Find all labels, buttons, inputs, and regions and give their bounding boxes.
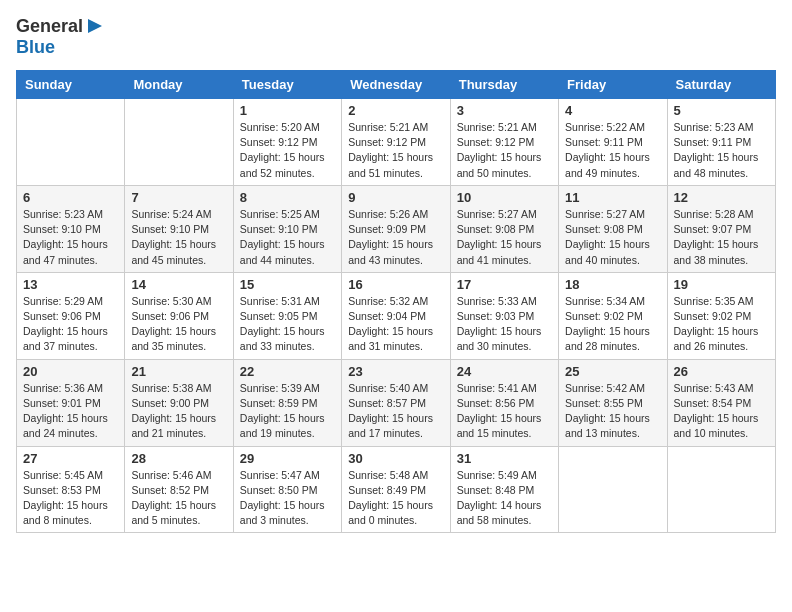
day-number: 23: [348, 364, 443, 379]
day-detail: Sunrise: 5:43 AM Sunset: 8:54 PM Dayligh…: [674, 381, 769, 442]
day-number: 29: [240, 451, 335, 466]
calendar-cell: 22Sunrise: 5:39 AM Sunset: 8:59 PM Dayli…: [233, 359, 341, 446]
day-number: 31: [457, 451, 552, 466]
day-detail: Sunrise: 5:34 AM Sunset: 9:02 PM Dayligh…: [565, 294, 660, 355]
day-detail: Sunrise: 5:23 AM Sunset: 9:11 PM Dayligh…: [674, 120, 769, 181]
day-detail: Sunrise: 5:29 AM Sunset: 9:06 PM Dayligh…: [23, 294, 118, 355]
calendar-week-4: 20Sunrise: 5:36 AM Sunset: 9:01 PM Dayli…: [17, 359, 776, 446]
calendar-cell: 14Sunrise: 5:30 AM Sunset: 9:06 PM Dayli…: [125, 272, 233, 359]
calendar-cell: 11Sunrise: 5:27 AM Sunset: 9:08 PM Dayli…: [559, 185, 667, 272]
calendar-cell: 9Sunrise: 5:26 AM Sunset: 9:09 PM Daylig…: [342, 185, 450, 272]
day-detail: Sunrise: 5:25 AM Sunset: 9:10 PM Dayligh…: [240, 207, 335, 268]
calendar: SundayMondayTuesdayWednesdayThursdayFrid…: [16, 70, 776, 533]
calendar-cell: 28Sunrise: 5:46 AM Sunset: 8:52 PM Dayli…: [125, 446, 233, 533]
day-detail: Sunrise: 5:41 AM Sunset: 8:56 PM Dayligh…: [457, 381, 552, 442]
calendar-cell: 4Sunrise: 5:22 AM Sunset: 9:11 PM Daylig…: [559, 99, 667, 186]
header: General Blue: [16, 16, 776, 58]
day-number: 18: [565, 277, 660, 292]
day-number: 22: [240, 364, 335, 379]
day-number: 7: [131, 190, 226, 205]
day-number: 24: [457, 364, 552, 379]
day-number: 26: [674, 364, 769, 379]
day-number: 21: [131, 364, 226, 379]
day-number: 5: [674, 103, 769, 118]
calendar-week-5: 27Sunrise: 5:45 AM Sunset: 8:53 PM Dayli…: [17, 446, 776, 533]
calendar-cell: 23Sunrise: 5:40 AM Sunset: 8:57 PM Dayli…: [342, 359, 450, 446]
day-number: 10: [457, 190, 552, 205]
logo: General Blue: [16, 16, 102, 58]
calendar-header: SundayMondayTuesdayWednesdayThursdayFrid…: [17, 71, 776, 99]
weekday-header-wednesday: Wednesday: [342, 71, 450, 99]
day-number: 20: [23, 364, 118, 379]
calendar-cell: 20Sunrise: 5:36 AM Sunset: 9:01 PM Dayli…: [17, 359, 125, 446]
day-number: 27: [23, 451, 118, 466]
day-detail: Sunrise: 5:36 AM Sunset: 9:01 PM Dayligh…: [23, 381, 118, 442]
day-detail: Sunrise: 5:38 AM Sunset: 9:00 PM Dayligh…: [131, 381, 226, 442]
calendar-body: 1Sunrise: 5:20 AM Sunset: 9:12 PM Daylig…: [17, 99, 776, 533]
day-number: 17: [457, 277, 552, 292]
weekday-header-friday: Friday: [559, 71, 667, 99]
calendar-cell: 19Sunrise: 5:35 AM Sunset: 9:02 PM Dayli…: [667, 272, 775, 359]
day-detail: Sunrise: 5:46 AM Sunset: 8:52 PM Dayligh…: [131, 468, 226, 529]
weekday-header-tuesday: Tuesday: [233, 71, 341, 99]
day-detail: Sunrise: 5:28 AM Sunset: 9:07 PM Dayligh…: [674, 207, 769, 268]
calendar-week-2: 6Sunrise: 5:23 AM Sunset: 9:10 PM Daylig…: [17, 185, 776, 272]
calendar-cell: 26Sunrise: 5:43 AM Sunset: 8:54 PM Dayli…: [667, 359, 775, 446]
calendar-cell: 29Sunrise: 5:47 AM Sunset: 8:50 PM Dayli…: [233, 446, 341, 533]
weekday-header-thursday: Thursday: [450, 71, 558, 99]
weekday-row: SundayMondayTuesdayWednesdayThursdayFrid…: [17, 71, 776, 99]
logo-general-text: General: [16, 16, 83, 37]
calendar-cell: [667, 446, 775, 533]
day-number: 16: [348, 277, 443, 292]
day-number: 3: [457, 103, 552, 118]
day-detail: Sunrise: 5:45 AM Sunset: 8:53 PM Dayligh…: [23, 468, 118, 529]
day-detail: Sunrise: 5:48 AM Sunset: 8:49 PM Dayligh…: [348, 468, 443, 529]
day-detail: Sunrise: 5:20 AM Sunset: 9:12 PM Dayligh…: [240, 120, 335, 181]
logo-arrow-icon: [84, 17, 102, 35]
svg-marker-0: [88, 19, 102, 33]
calendar-cell: 2Sunrise: 5:21 AM Sunset: 9:12 PM Daylig…: [342, 99, 450, 186]
day-detail: Sunrise: 5:49 AM Sunset: 8:48 PM Dayligh…: [457, 468, 552, 529]
calendar-week-3: 13Sunrise: 5:29 AM Sunset: 9:06 PM Dayli…: [17, 272, 776, 359]
calendar-cell: 12Sunrise: 5:28 AM Sunset: 9:07 PM Dayli…: [667, 185, 775, 272]
calendar-cell: 8Sunrise: 5:25 AM Sunset: 9:10 PM Daylig…: [233, 185, 341, 272]
day-detail: Sunrise: 5:31 AM Sunset: 9:05 PM Dayligh…: [240, 294, 335, 355]
calendar-cell: 24Sunrise: 5:41 AM Sunset: 8:56 PM Dayli…: [450, 359, 558, 446]
day-detail: Sunrise: 5:26 AM Sunset: 9:09 PM Dayligh…: [348, 207, 443, 268]
logo-blue-text: Blue: [16, 37, 55, 57]
calendar-cell: 21Sunrise: 5:38 AM Sunset: 9:00 PM Dayli…: [125, 359, 233, 446]
calendar-cell: 25Sunrise: 5:42 AM Sunset: 8:55 PM Dayli…: [559, 359, 667, 446]
day-detail: Sunrise: 5:42 AM Sunset: 8:55 PM Dayligh…: [565, 381, 660, 442]
day-number: 15: [240, 277, 335, 292]
day-detail: Sunrise: 5:21 AM Sunset: 9:12 PM Dayligh…: [348, 120, 443, 181]
calendar-cell: 30Sunrise: 5:48 AM Sunset: 8:49 PM Dayli…: [342, 446, 450, 533]
weekday-header-saturday: Saturday: [667, 71, 775, 99]
calendar-cell: 10Sunrise: 5:27 AM Sunset: 9:08 PM Dayli…: [450, 185, 558, 272]
day-number: 6: [23, 190, 118, 205]
day-detail: Sunrise: 5:39 AM Sunset: 8:59 PM Dayligh…: [240, 381, 335, 442]
calendar-cell: 3Sunrise: 5:21 AM Sunset: 9:12 PM Daylig…: [450, 99, 558, 186]
day-detail: Sunrise: 5:22 AM Sunset: 9:11 PM Dayligh…: [565, 120, 660, 181]
day-detail: Sunrise: 5:35 AM Sunset: 9:02 PM Dayligh…: [674, 294, 769, 355]
day-number: 8: [240, 190, 335, 205]
calendar-cell: [125, 99, 233, 186]
day-number: 2: [348, 103, 443, 118]
calendar-cell: [17, 99, 125, 186]
day-number: 12: [674, 190, 769, 205]
calendar-week-1: 1Sunrise: 5:20 AM Sunset: 9:12 PM Daylig…: [17, 99, 776, 186]
calendar-cell: 1Sunrise: 5:20 AM Sunset: 9:12 PM Daylig…: [233, 99, 341, 186]
day-detail: Sunrise: 5:21 AM Sunset: 9:12 PM Dayligh…: [457, 120, 552, 181]
day-detail: Sunrise: 5:27 AM Sunset: 9:08 PM Dayligh…: [457, 207, 552, 268]
weekday-header-sunday: Sunday: [17, 71, 125, 99]
day-number: 25: [565, 364, 660, 379]
day-number: 14: [131, 277, 226, 292]
day-number: 13: [23, 277, 118, 292]
day-number: 1: [240, 103, 335, 118]
day-detail: Sunrise: 5:24 AM Sunset: 9:10 PM Dayligh…: [131, 207, 226, 268]
calendar-cell: 7Sunrise: 5:24 AM Sunset: 9:10 PM Daylig…: [125, 185, 233, 272]
day-number: 4: [565, 103, 660, 118]
day-number: 9: [348, 190, 443, 205]
day-detail: Sunrise: 5:40 AM Sunset: 8:57 PM Dayligh…: [348, 381, 443, 442]
calendar-cell: 17Sunrise: 5:33 AM Sunset: 9:03 PM Dayli…: [450, 272, 558, 359]
calendar-cell: 27Sunrise: 5:45 AM Sunset: 8:53 PM Dayli…: [17, 446, 125, 533]
